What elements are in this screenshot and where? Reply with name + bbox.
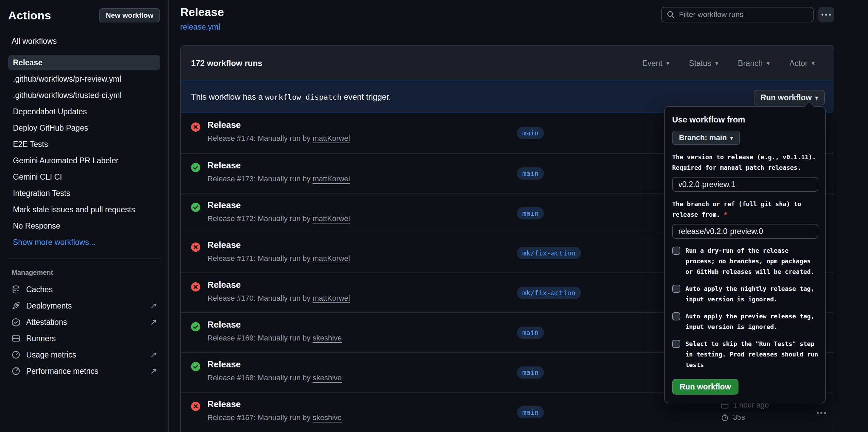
sidebar-item-workflow[interactable]: Integration Tests bbox=[8, 185, 160, 201]
filter-dropdown-status[interactable]: Status▾ bbox=[689, 59, 718, 68]
actor-link[interactable]: mattKorwel bbox=[312, 214, 350, 223]
rocket-icon bbox=[12, 301, 20, 310]
popover-checkbox-row: Run a dry-run of the release process; no… bbox=[672, 245, 818, 277]
run-description: Release #172: Manually run by mattKorwel bbox=[207, 214, 350, 223]
run-title-link[interactable]: Release bbox=[207, 120, 241, 130]
filter-dropdown-actor[interactable]: Actor▾ bbox=[789, 59, 815, 68]
external-link-icon: ↗ bbox=[150, 301, 157, 311]
status-wrap-failure bbox=[191, 122, 200, 133]
ref-input-label: The branch or ref (full git sha) to rele… bbox=[672, 199, 818, 220]
sidebar-item-deployments[interactable]: Deployments↗ bbox=[8, 298, 160, 314]
actor-link[interactable]: mattKorwel bbox=[312, 294, 350, 302]
run-workflow-popover: Use workflow from Branch: main ▾ The ver… bbox=[664, 106, 826, 403]
success-icon bbox=[191, 163, 200, 172]
branch-badge[interactable]: main bbox=[517, 207, 544, 219]
sidebar-item-workflow[interactable]: No Response bbox=[8, 218, 160, 234]
sidebar-item-workflow[interactable]: .github/workflows/pr-review.yml bbox=[8, 71, 160, 87]
version-input[interactable] bbox=[672, 177, 818, 192]
external-link-icon: ↗ bbox=[150, 350, 157, 360]
filter-dropdown-branch[interactable]: Branch▾ bbox=[738, 59, 769, 68]
checkbox[interactable] bbox=[672, 247, 680, 255]
sidebar-item-usage-metrics[interactable]: Usage metrics↗ bbox=[8, 347, 160, 363]
sidebar-item-workflow[interactable]: Gemini CLI CI bbox=[8, 169, 160, 185]
ref-input[interactable] bbox=[672, 224, 818, 239]
sidebar-item-workflow[interactable]: Mark stale issues and pull requests bbox=[8, 202, 160, 217]
gauge-icon bbox=[12, 367, 20, 376]
run-options-kebab-button[interactable] bbox=[811, 407, 832, 419]
sidebar-item-workflow[interactable]: Gemini Automated PR Labeler bbox=[8, 153, 160, 168]
filter-label: Status bbox=[689, 59, 711, 68]
branch-badge[interactable]: main bbox=[517, 327, 544, 339]
chevron-down-icon: ▾ bbox=[815, 94, 818, 101]
sidebar-item-workflow[interactable]: Deploy GitHub Pages bbox=[8, 120, 160, 136]
sidebar-item-workflow[interactable]: .github/workflows/trusted-ci.yml bbox=[8, 87, 160, 103]
sidebar-item-workflow[interactable]: E2E Tests bbox=[8, 136, 160, 152]
branch-badge[interactable]: mk/fix-action bbox=[517, 287, 581, 299]
management-item-label: Deployments bbox=[26, 301, 72, 311]
sidebar-item-runners[interactable]: Runners bbox=[8, 330, 160, 347]
status-wrap-success bbox=[191, 322, 200, 333]
run-meta: 1 hour ago35s bbox=[721, 401, 769, 422]
actor-link[interactable]: mattKorwel bbox=[312, 134, 350, 143]
new-workflow-button[interactable]: New workflow bbox=[99, 8, 160, 22]
run-title-link[interactable]: Release bbox=[207, 399, 241, 410]
management-item-label: Usage metrics bbox=[26, 350, 76, 360]
server-icon bbox=[12, 334, 20, 343]
run-workflow-dropdown-button[interactable]: Run workflow ▾ bbox=[754, 90, 825, 105]
run-title-link[interactable]: Release bbox=[207, 160, 241, 171]
actions-sidebar: Actions New workflow All workflows Relea… bbox=[0, 0, 169, 432]
branch-badge[interactable]: main bbox=[517, 406, 544, 418]
workflow-file-link[interactable]: release.yml bbox=[180, 22, 220, 32]
filter-label: Event bbox=[642, 59, 662, 68]
workflow-dispatch-code: workflow_dispatch bbox=[265, 93, 341, 101]
run-description: Release #171: Manually run by mattKorwel bbox=[207, 254, 350, 263]
checkbox[interactable] bbox=[672, 285, 680, 293]
branch-badge[interactable]: main bbox=[517, 366, 544, 379]
filter-workflow-runs-input[interactable] bbox=[679, 10, 808, 19]
chevron-down-icon: ▾ bbox=[666, 60, 669, 67]
checkbox-label: Auto apply the nightly release tag, inpu… bbox=[685, 283, 818, 304]
run-title-link[interactable]: Release bbox=[207, 319, 241, 330]
failure-icon bbox=[191, 243, 200, 252]
run-title-link[interactable]: Release bbox=[207, 200, 241, 211]
management-item-label: Performance metrics bbox=[26, 367, 98, 376]
sidebar-item-label: Integration Tests bbox=[13, 189, 70, 198]
status-wrap-failure bbox=[191, 282, 200, 293]
branch-badge[interactable]: mk/fix-action bbox=[517, 247, 581, 259]
run-description: Release #167: Manually run by skeshive bbox=[207, 413, 342, 422]
run-title-link[interactable]: Release bbox=[207, 359, 241, 370]
management-item-label: Runners bbox=[26, 334, 56, 343]
sidebar-item-label: Gemini Automated PR Labeler bbox=[13, 156, 119, 165]
sidebar-item-performance-metrics[interactable]: Performance metrics↗ bbox=[8, 363, 160, 379]
actor-link[interactable]: skeshive bbox=[312, 334, 342, 342]
status-wrap-success bbox=[191, 362, 200, 372]
search-icon bbox=[667, 11, 675, 19]
sidebar-item-workflow[interactable]: Dependabot Updates bbox=[8, 104, 160, 119]
run-title-link[interactable]: Release bbox=[207, 280, 241, 290]
checkbox[interactable] bbox=[672, 340, 680, 348]
filter-dropdown-event[interactable]: Event▾ bbox=[642, 59, 669, 68]
run-workflow-submit-button[interactable]: Run workflow bbox=[672, 379, 738, 395]
sidebar-item-all-workflows[interactable]: All workflows bbox=[8, 34, 160, 55]
banner-text: This workflow has a workflow_dispatch ev… bbox=[191, 92, 391, 102]
sidebar-item-caches[interactable]: Caches bbox=[8, 281, 160, 298]
actor-link[interactable]: skeshive bbox=[312, 413, 342, 422]
branch-badge[interactable]: main bbox=[517, 127, 544, 139]
checkbox-label: Select to skip the "Run Tests" step in t… bbox=[685, 338, 818, 370]
sidebar-item-workflow[interactable]: Release bbox=[8, 55, 160, 70]
actor-link[interactable]: mattKorwel bbox=[312, 254, 350, 263]
management-section-label: Management bbox=[12, 269, 160, 277]
success-icon bbox=[191, 322, 200, 331]
actor-link[interactable]: skeshive bbox=[312, 373, 342, 382]
branch-badge[interactable]: main bbox=[517, 167, 544, 180]
show-more-workflows-link[interactable]: Show more workflows... bbox=[8, 234, 160, 251]
branch-select-button[interactable]: Branch: main ▾ bbox=[672, 131, 740, 145]
run-description: Release #174: Manually run by mattKorwel bbox=[207, 134, 350, 143]
failure-icon bbox=[191, 282, 200, 292]
actor-link[interactable]: mattKorwel bbox=[312, 175, 350, 183]
sidebar-item-attestations[interactable]: Attestations↗ bbox=[8, 314, 160, 330]
run-title-link[interactable]: Release bbox=[207, 240, 241, 250]
workflow-options-kebab-button[interactable] bbox=[818, 7, 834, 22]
checkbox[interactable] bbox=[672, 312, 680, 320]
run-description: Release #168: Manually run by skeshive bbox=[207, 373, 342, 382]
